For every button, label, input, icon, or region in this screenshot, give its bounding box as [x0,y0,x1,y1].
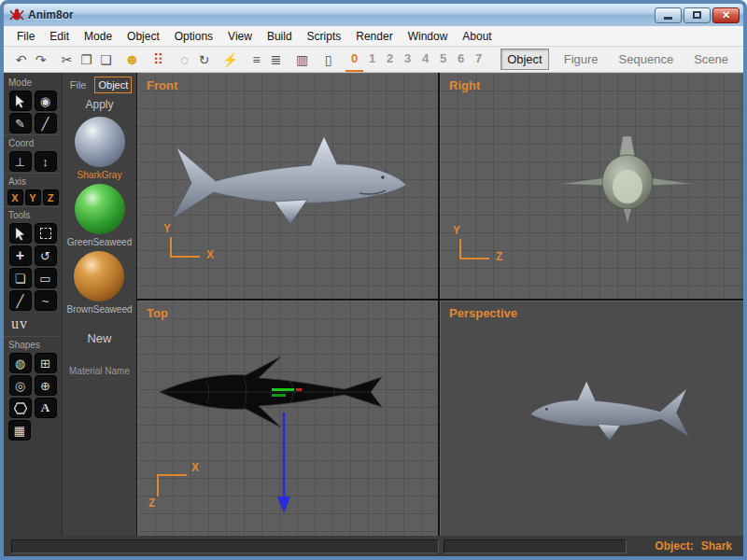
frame-0[interactable]: 0 [345,48,363,72]
menu-render[interactable]: Render [348,27,400,46]
minimize-icon [664,17,672,20]
selected-edge-red[interactable] [296,388,302,391]
new-material-button[interactable]: New [87,331,111,345]
scale-tool-button[interactable]: ❏ [9,268,32,288]
rotate-view-icon[interactable]: ↻ [194,48,214,72]
tab-scene[interactable]: Scene [688,49,734,69]
apply-button[interactable]: Apply [85,98,113,111]
menu-options[interactable]: Options [167,27,220,46]
shark-model-perspective[interactable] [526,375,703,450]
material-preview-greenseaweed[interactable] [75,184,125,234]
redo-icon[interactable]: ↷ [31,48,50,72]
translate-gizmo-arrow[interactable] [277,413,290,513]
frame-7[interactable]: 7 [470,48,487,72]
wireframe-list-icon[interactable]: ≡ [247,48,266,72]
selected-edge-highlight[interactable] [272,388,294,391]
materials-tab-file[interactable]: File [67,77,90,92]
axis-x-button[interactable]: X [7,189,23,205]
move-tool-button[interactable]: + [9,245,32,266]
tools-select-button[interactable] [9,223,32,244]
curve-tool-button[interactable]: ~ [35,290,57,311]
shaded-list-icon[interactable]: ≣ [266,48,286,72]
material-name-brownseaweed[interactable]: BrownSeaweed [66,304,132,315]
material-name-sharkgray[interactable]: SharkGray [78,170,122,180]
undo-icon[interactable]: ↶ [11,48,31,72]
geodesic-shape-button[interactable]: ⊕ [35,375,57,396]
menu-scripts[interactable]: Scripts [300,27,349,46]
axis-indicator-front: Y X [162,226,219,274]
menu-build[interactable]: Build [260,27,300,46]
uv-tool-button[interactable]: uv [4,312,62,336]
line-tool-button[interactable]: ╱ [9,290,32,311]
gridded-sphere-button[interactable]: ⊞ [35,353,57,373]
knife-tool-button[interactable]: ╱ [35,113,57,133]
shark-model-right[interactable] [557,129,697,227]
selected-edge-highlight[interactable] [272,394,286,397]
close-button[interactable]: ✕ [712,7,740,23]
minimize-button[interactable] [655,7,682,23]
viewport-right[interactable]: Right Y [440,73,743,299]
smiley-icon[interactable]: ☻ [122,48,142,72]
materials-tab-object[interactable]: Object [94,77,132,93]
axis-v-label: Y [453,224,460,237]
device-icon[interactable]: ▯ [318,48,338,72]
shark-model-front[interactable] [152,129,414,236]
rotate-tool-button[interactable]: ↺ [35,245,57,266]
chart-icon[interactable]: ▥ [292,48,312,72]
point-circle-icon[interactable]: ◌ [175,48,194,72]
viewport-area: Front Y X [136,73,743,536]
torus-shape-button[interactable]: ◎ [9,375,32,396]
menu-object[interactable]: Object [120,27,167,46]
section-label-shapes: Shapes [4,336,62,352]
menu-mode[interactable]: Mode [77,27,120,46]
lightning-icon[interactable]: ⚡ [220,48,240,72]
menu-edit[interactable]: Edit [42,27,77,46]
hexagon-shape-button[interactable] [9,398,32,418]
dots-grid-icon[interactable]: ⠿ [148,48,168,72]
text-tool-button[interactable]: A [35,398,57,418]
paste-icon[interactable]: ❏ [96,48,116,72]
material-name-greenseaweed[interactable]: GreenSeaweed [67,237,133,247]
material-preview-brownseaweed[interactable] [74,251,124,301]
drag-select-button[interactable] [35,223,57,244]
menu-window[interactable]: Window [401,27,456,46]
statusbar: Object:Shark [4,536,743,556]
frame-1[interactable]: 1 [363,48,381,72]
tab-figure[interactable]: Figure [558,49,604,69]
axis-elbow [459,239,489,259]
maximize-icon [693,11,701,19]
cut-icon[interactable]: ✂ [57,48,77,72]
frame-5[interactable]: 5 [434,48,452,72]
dashed-select-icon [40,228,51,239]
sphere-shape-button[interactable]: ◍ [9,353,32,373]
material-preview-sharkgray[interactable] [75,117,125,167]
copy-icon[interactable]: ❐ [77,48,96,72]
stretch-tool-button[interactable]: ▭ [35,268,57,288]
viewport-top[interactable]: Top X Z [137,301,438,536]
close-icon: ✕ [722,9,730,21]
world-coord-button[interactable]: ⊥ [9,151,32,172]
menu-file[interactable]: File [9,27,42,46]
frame-3[interactable]: 3 [399,48,416,72]
menu-view[interactable]: View [220,27,260,46]
frame-6[interactable]: 6 [452,48,470,72]
material-item-greenseaweed: GreenSeaweed [67,184,133,247]
axis-z-button[interactable]: Z [43,189,59,205]
status-object-label: Object: [655,539,693,553]
select-mode-button[interactable] [9,91,32,111]
tab-sequence[interactable]: Sequence [613,49,680,69]
frame-2[interactable]: 2 [381,48,399,72]
axis-v-label: Y [163,222,171,235]
frame-4[interactable]: 4 [416,48,434,72]
maximize-button[interactable] [684,7,711,23]
screen-coord-button[interactable]: ↕ [35,151,57,172]
viewport-perspective[interactable]: Perspective [440,301,743,536]
axis-y-button[interactable]: Y [25,189,41,205]
titlebar[interactable]: Anim8or ✕ [4,4,743,26]
tab-object[interactable]: Object [500,49,549,70]
menu-about[interactable]: About [455,27,499,46]
edit-tool-button[interactable]: ✎ [9,113,32,133]
viewport-front[interactable]: Front Y X [137,73,438,299]
visibility-button[interactable]: ◉ [35,91,57,111]
mesh-grid-button[interactable]: ▦ [8,420,31,441]
